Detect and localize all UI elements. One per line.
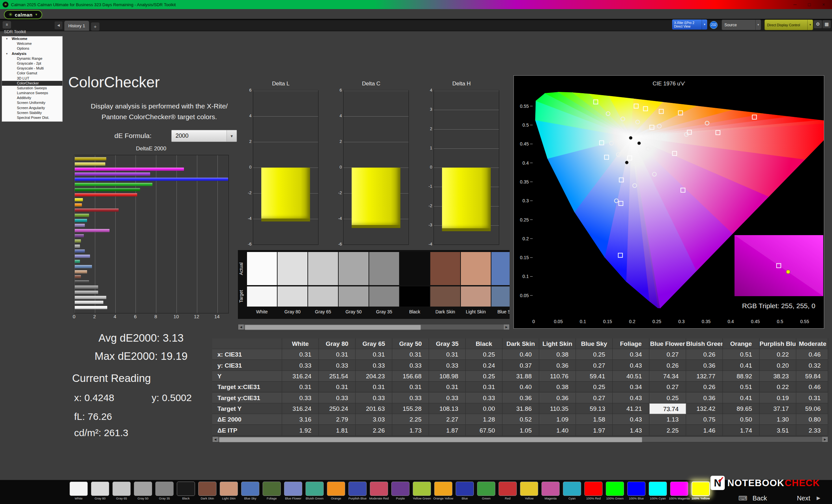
- sidebar-item-screen-uniformity[interactable]: Screen Uniformity: [2, 100, 62, 105]
- patch-button-green[interactable]: Green: [475, 482, 497, 500]
- x-tick-label: 10: [174, 314, 179, 319]
- scroll-right-icon[interactable]: ▶: [822, 437, 828, 442]
- patch-button-blue[interactable]: Blue: [454, 482, 475, 500]
- patch-button-moderate-red[interactable]: Moderate Red: [368, 482, 390, 500]
- patch-button-yellow[interactable]: Yellow: [518, 482, 540, 500]
- page-description: Display analysis is performed with the X…: [75, 101, 243, 122]
- patch-button-foliage[interactable]: Foliage: [261, 482, 282, 500]
- patch-button-100-red[interactable]: 100% Red: [583, 482, 604, 500]
- deltae-bar: [75, 214, 89, 217]
- scroll-left-icon[interactable]: ◀: [238, 325, 244, 330]
- scrollbar-thumb[interactable]: [245, 325, 421, 330]
- sidebar-item-color-gamut[interactable]: Color Gamut: [2, 71, 62, 76]
- sidebar-item-grayscale-2pt[interactable]: Grayscale - 2pt: [2, 61, 62, 66]
- sidebar-item-dynamic-range[interactable]: Dynamic Range: [2, 56, 62, 61]
- table-value: 0.46: [796, 382, 828, 392]
- sidebar-item-screen-angularity[interactable]: Screen Angularity: [2, 106, 62, 110]
- patch-button-orange-yellow[interactable]: Orange Yellow: [433, 482, 454, 500]
- patch-button-light-skin[interactable]: Light Skin: [218, 482, 239, 500]
- patch-button-purplish-blue[interactable]: Purplish Blue: [347, 482, 368, 500]
- patch-button-gray-80[interactable]: Gray 80: [89, 482, 111, 500]
- table-value: 0.33: [466, 393, 502, 403]
- y-tick-label: 2: [424, 126, 432, 131]
- source-dropdown[interactable]: Source ▼: [722, 20, 761, 30]
- actual-swatch: [400, 252, 430, 285]
- settings-gear-button[interactable]: ⚙: [814, 20, 822, 28]
- patch-button-black[interactable]: Black: [175, 482, 197, 500]
- patch-button-red[interactable]: Red: [497, 482, 518, 500]
- patch-button-100-cyan[interactable]: 100% Cyan: [647, 482, 669, 500]
- table-value: 88.92: [723, 371, 759, 382]
- add-tab-button[interactable]: +: [91, 22, 100, 31]
- y-tick-label: -4: [424, 242, 432, 247]
- patch-button-blue-sky[interactable]: Blue Sky: [239, 482, 261, 500]
- column-header-bluish-green: Bluish Green: [686, 338, 723, 349]
- window-titlebar: ✳ Calman 2025 Calman Ultimate for Busine…: [0, 0, 832, 9]
- patch-button-100-green[interactable]: 100% Green: [604, 482, 626, 500]
- patch-button-100-magenta[interactable]: 100% Magenta: [669, 482, 690, 500]
- sidebar-item-grayscale-multi[interactable]: Grayscale - Multi: [2, 66, 62, 71]
- brand-menu-button[interactable]: ✳ calman ▼: [4, 10, 42, 19]
- swatch-column-light-skin: Light Skin: [461, 250, 491, 319]
- patch-button-purple[interactable]: Purple: [390, 482, 411, 500]
- patch-button-bluish-green[interactable]: Bluish Green: [304, 482, 325, 500]
- patch-button-gray-65[interactable]: Gray 65: [111, 482, 132, 500]
- de-formula-select[interactable]: 2000 ▼: [171, 130, 237, 142]
- x-tick-label: 8: [154, 314, 157, 319]
- sidebar-item-options[interactable]: Options: [2, 46, 62, 51]
- sidebar-item-saturation-sweeps[interactable]: Saturation Sweeps: [2, 86, 62, 91]
- patch-button-white[interactable]: White: [68, 482, 89, 500]
- sidebar-item-analysis[interactable]: ▾Analysis: [2, 51, 62, 56]
- cie-x-tick-label: 0.05: [554, 319, 563, 324]
- table-value: 251.54: [319, 371, 356, 382]
- column-header-gray-35: Gray 35: [429, 338, 466, 349]
- y-tick-label: -2: [243, 190, 252, 195]
- patch-button-magenta[interactable]: Magenta: [540, 482, 561, 500]
- patch-swatch: [284, 482, 302, 496]
- display-control-dropdown[interactable]: Direct Display Control ▼: [764, 20, 813, 30]
- patch-button-gray-35[interactable]: Gray 35: [154, 482, 175, 500]
- patch-button-gray-50[interactable]: Gray 50: [132, 482, 154, 500]
- sidebar-item-luminance-sweeps[interactable]: Luminance Sweeps: [2, 91, 62, 95]
- patch-button-dark-skin[interactable]: Dark Skin: [197, 482, 218, 500]
- collapse-sidebar-button[interactable]: ◀: [55, 22, 62, 29]
- sidebar-item-additivity[interactable]: Additivity: [2, 95, 62, 100]
- table-value: 108.13: [429, 403, 466, 414]
- patch-button-yellow-green[interactable]: Yellow Green: [411, 482, 433, 500]
- sidebar-item-welcome[interactable]: Welcome: [2, 41, 62, 46]
- patch-button-100-yellow[interactable]: 100% Yellow: [690, 482, 711, 500]
- sidebar-item-3d-lut[interactable]: 3D LUT: [2, 76, 62, 81]
- patch-button-100-blue[interactable]: 100% Blue: [626, 482, 647, 500]
- close-button[interactable]: ×: [816, 0, 831, 9]
- maximize-button[interactable]: □: [802, 0, 816, 9]
- scroll-left-icon[interactable]: ◀: [212, 437, 218, 442]
- patch-button-blue-flower[interactable]: Blue Flower: [282, 482, 304, 500]
- sidebar-item-spectral-power-dist[interactable]: Spectral Power Dist.: [2, 115, 62, 120]
- meter-dropdown[interactable]: X-Rite i1Pro 2Direct View ▼: [672, 20, 707, 30]
- tab-history-1[interactable]: History 1: [64, 21, 89, 31]
- expand-arrow-icon[interactable]: ▾: [6, 36, 7, 41]
- chart-plot: [434, 90, 499, 245]
- selected-cell[interactable]: 73.74: [649, 403, 686, 414]
- expand-arrow-icon[interactable]: ▾: [6, 51, 7, 56]
- patch-label: Gray 35: [154, 497, 175, 500]
- table-value: 0.25: [576, 382, 613, 392]
- table-scrollbar[interactable]: ◀ ▶: [212, 437, 828, 442]
- panel-toggle-button[interactable]: ≡: [3, 21, 11, 29]
- scroll-right-icon[interactable]: ▶: [504, 325, 509, 330]
- table-value: 2.25: [649, 425, 686, 436]
- table-value: 1.28: [466, 414, 502, 425]
- scrollbar-thumb[interactable]: [219, 437, 642, 442]
- swatch-scrollbar[interactable]: ◀ ▶: [238, 324, 510, 330]
- sidebar-item-welcome[interactable]: ▾Welcome: [2, 36, 62, 41]
- current-fl: fL: 76.26: [74, 411, 112, 422]
- minimize-button[interactable]: ─: [788, 0, 802, 9]
- patch-button-orange[interactable]: Orange: [325, 482, 347, 500]
- workspace-layout-button[interactable]: ▦: [823, 20, 831, 28]
- sidebar-item-screen-stability[interactable]: Screen Stability: [2, 110, 62, 115]
- next-button[interactable]: Next: [797, 495, 810, 502]
- patch-swatch: [220, 482, 238, 496]
- sidebar-item-colorchecker[interactable]: ColorChecker: [2, 81, 62, 86]
- patch-button-cyan[interactable]: Cyan: [561, 482, 583, 500]
- back-button[interactable]: Back: [752, 495, 767, 502]
